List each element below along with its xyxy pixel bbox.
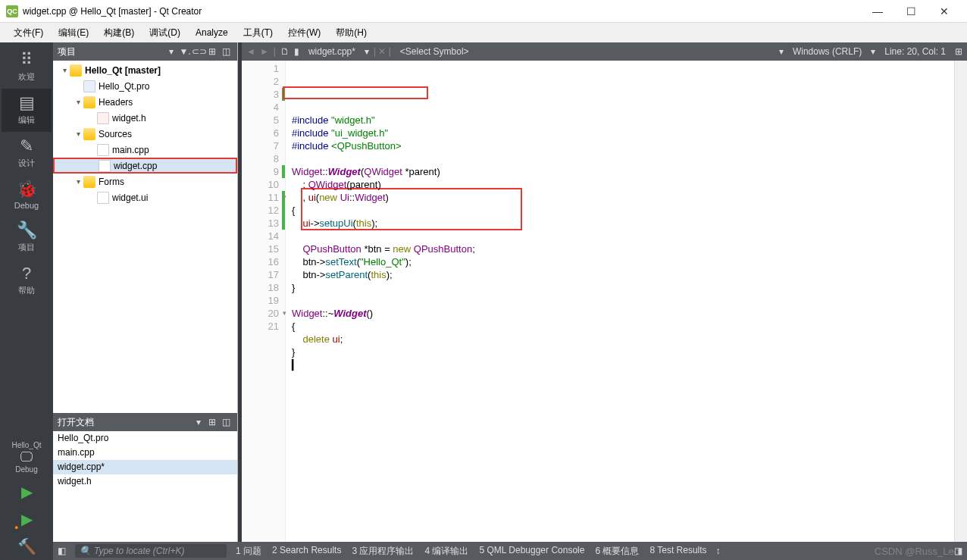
mode-编辑[interactable]: ▤编辑 [2,89,52,132]
file-selector[interactable]: widget.cpp* [304,46,360,57]
output-tab[interactable]: 8 Test Results [649,545,706,558]
open-doc-item[interactable]: Hello_Qt.pro [53,431,237,446]
tree-item[interactable]: main.cpp [53,142,237,158]
output-tab[interactable]: 5 QML Debugger Console [479,545,584,558]
output-tab[interactable]: 1 问题 [236,545,261,558]
dropdown-icon[interactable]: ▾ [779,46,784,57]
output-tab[interactable]: 3 应用程序输出 [352,545,414,558]
title-bar: QC widget.cpp @ Hello_Qt [master] - Qt C… [0,0,967,23]
window-title: widget.cpp @ Hello_Qt [master] - Qt Crea… [23,6,861,17]
output-tab[interactable]: 2 Search Results [272,545,341,558]
tree-item[interactable]: Hello_Qt.pro [53,78,237,94]
tree-item[interactable]: widget.h [53,110,237,126]
open-doc-item[interactable]: main.cpp [53,446,237,460]
open-doc-item[interactable]: widget.cpp* [53,460,237,474]
code-area[interactable]: 123456789101112131415161718192021 #inclu… [242,61,967,560]
encoding-selector[interactable]: Windows (CRLF) [788,46,866,57]
run-button[interactable]: ▶ [21,478,33,505]
menu-item[interactable]: 调试(D) [142,23,188,42]
tree-item[interactable]: ▾Forms [53,174,237,189]
dropdown-icon[interactable]: ▾ [365,46,369,57]
nav-back-icon[interactable]: ◄ [246,46,255,57]
search-icon: 🔍 [80,546,91,556]
vertical-scrollbar[interactable] [954,61,967,560]
watermark: CSDN @Russ_Leo [875,546,959,557]
mode-Debug[interactable]: 🐞Debug [2,175,52,216]
project-panel-header: 项目 ▾ ▼. ⊂⊃ ⊞ ◫ [53,42,237,61]
project-tree[interactable]: ▾Hello_Qt [master]Hello_Qt.pro▾Headerswi… [53,61,237,413]
code-text[interactable]: #include "widget.h"#include "ui_widget.h… [286,61,954,560]
mode-帮助[interactable]: ?帮助 [2,259,52,302]
kit-selector[interactable]: Hello_Qt 🖵 Debug [12,436,42,478]
tree-item[interactable]: ▾Headers [53,94,237,110]
tree-item[interactable]: widget.cpp [53,158,237,174]
menu-item[interactable]: 构建(B) [96,23,142,42]
menu-item[interactable]: 编辑(E) [51,23,96,42]
dropdown-icon[interactable]: ▾ [871,46,875,57]
project-panel: 项目 ▾ ▼. ⊂⊃ ⊞ ◫ ▾Hello_Qt [master]Hello_Q… [53,42,238,560]
output-tab[interactable]: 6 概要信息 [595,545,639,558]
filter-icon[interactable]: ▼. [178,46,192,57]
output-tab[interactable]: 4 编译输出 [424,545,468,558]
add-icon[interactable]: ⊞ [205,46,219,57]
line-gutter[interactable]: 123456789101112131415161718192021 [242,61,286,560]
debug-run-button[interactable]: ▶● [21,505,33,533]
progress-icon[interactable]: ↕ [716,546,721,556]
close-button[interactable]: ✕ [928,1,961,22]
build-button[interactable]: 🔨 [17,533,36,560]
menu-item[interactable]: Analyze [188,24,236,41]
toggle-sidebar-icon[interactable]: ◧ [58,546,66,556]
mode-项目[interactable]: 🔧项目 [2,216,52,259]
dropdown-icon[interactable]: ▾ [164,46,178,57]
mode-设计[interactable]: ✎设计 [2,132,52,175]
menu-item[interactable]: 帮助(H) [328,23,374,42]
app-icon: QC [6,5,18,17]
cursor-position[interactable]: Line: 20, Col: 1 [880,46,950,57]
file-icon: ▮ [294,46,299,57]
tree-item[interactable]: ▾Sources [53,126,237,142]
mode-欢迎[interactable]: ⠿欢迎 [2,45,52,89]
minimize-button[interactable]: — [861,1,894,22]
editor: ◄ ► | 🗋 ▮ widget.cpp* ▾ | ✕ | <Select Sy… [242,42,967,560]
add-icon[interactable]: ⊞ [205,417,219,427]
menu-item[interactable]: 控件(W) [280,23,328,42]
menu-item[interactable]: 工具(T) [236,23,280,42]
open-documents[interactable]: Hello_Qt.promain.cppwidget.cpp*widget.h [53,431,237,560]
dropdown-icon[interactable]: ▾ [192,417,205,427]
locator-input[interactable]: 🔍 Type to locate (Ctrl+K) [75,544,227,558]
tree-item[interactable]: ▾Hello_Qt [master] [53,62,237,78]
tree-item[interactable]: widget.ui [53,189,237,205]
editor-toolbar: ◄ ► | 🗋 ▮ widget.cpp* ▾ | ✕ | <Select Sy… [242,42,967,61]
maximize-button[interactable]: ☐ [894,1,928,22]
menu-item[interactable]: 文件(F) [6,23,51,42]
nav-fwd-icon[interactable]: ► [260,46,269,57]
split-icon[interactable]: ◫ [219,46,233,57]
menu-bar: 文件(F)编辑(E)构建(B)调试(D)Analyze工具(T)控件(W)帮助(… [0,23,967,42]
status-bar: ◧ 🔍 Type to locate (Ctrl+K) 1 问题2 Search… [53,542,967,560]
symbol-selector[interactable]: <Select Symbol> [396,46,474,57]
open-docs-header: 打开文档 ▾ ⊞ ◫ [53,413,237,431]
lock-icon[interactable]: 🗋 [280,46,289,57]
open-doc-item[interactable]: widget.h [53,474,237,489]
split-icon[interactable]: ⊞ [955,46,962,57]
mode-sidebar: ⠿欢迎▤编辑✎设计🐞Debug🔧项目?帮助 Hello_Qt 🖵 Debug ▶… [0,42,53,560]
split-icon[interactable]: ◫ [219,417,233,427]
link-icon[interactable]: ⊂⊃ [192,46,205,57]
